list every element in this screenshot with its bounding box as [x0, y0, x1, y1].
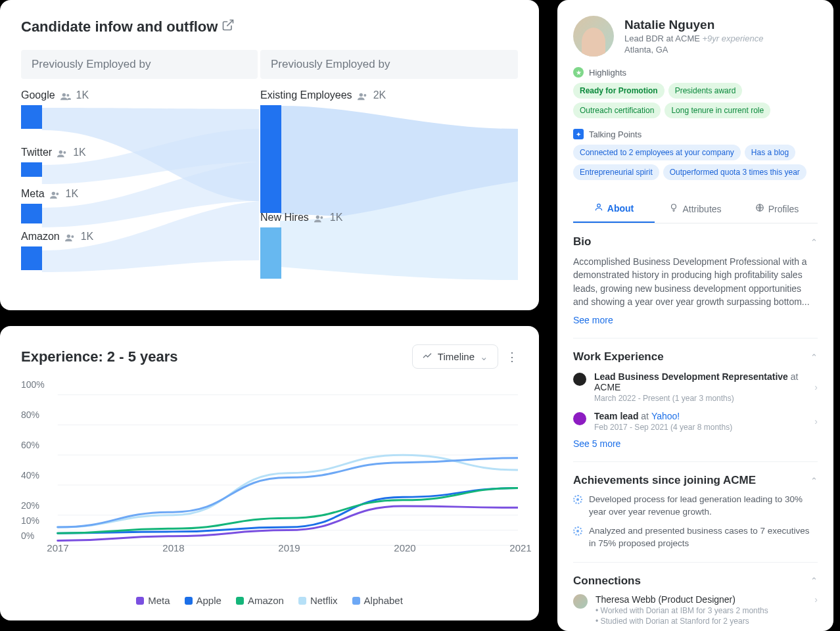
chart-line-icon [422, 350, 432, 363]
work-experience-section: Work Experience ⌃ Lead Business Developm… [573, 339, 818, 462]
legend-swatch [136, 597, 144, 605]
talking-label: ✦ Talking Points [573, 129, 818, 139]
y-axis-tick: 20% [21, 500, 39, 511]
experience-title: Lead Business Development Representative… [594, 371, 806, 392]
source-count: 1K [76, 89, 89, 101]
tab-attributes[interactable]: Attributes [655, 195, 736, 223]
people-icon [50, 190, 60, 198]
legend-swatch [185, 597, 193, 605]
sankey-header-right: Previously Employed by [260, 50, 518, 79]
svg-point-5 [51, 192, 55, 195]
sankey-title: Candidate infow and outflow [21, 18, 518, 35]
collapse-icon[interactable]: ⌃ [810, 576, 818, 586]
see-5-more-link[interactable]: See 5 more [573, 438, 620, 449]
talking-point-pill[interactable]: Has a blog [745, 145, 795, 160]
x-axis-tick: 2021 [509, 542, 531, 578]
connection-bullet: • Studied with Dorian at Stanford for 2 … [595, 617, 806, 626]
talking-point-pill[interactable]: Outperformed quota 3 times this year [663, 164, 806, 180]
dest-bar [260, 227, 281, 279]
x-axis-tick: 2020 [394, 542, 415, 578]
external-link-icon[interactable] [222, 18, 235, 35]
dest-name: New Hires [260, 212, 309, 223]
source-bar [21, 162, 42, 177]
chevron-right-icon: › [814, 382, 818, 392]
source-name: Meta [21, 188, 45, 200]
source-name: Amazon [21, 231, 60, 243]
highlight-pill[interactable]: Presidents award [668, 83, 743, 99]
sankey-dest-existing: Existing Employees 2K [260, 89, 405, 213]
people-icon [60, 91, 71, 99]
y-axis-tick: 0% [21, 530, 34, 541]
highlight-pill[interactable]: Outreach certification [573, 103, 661, 118]
timeline-label: Timeline [438, 351, 475, 362]
person-icon [594, 202, 603, 214]
chat-icon: ✦ [573, 129, 584, 139]
sankey-title-text: Candidate infow and outflow [21, 18, 218, 35]
highlight-pill[interactable]: Long tenure in current role [665, 103, 770, 118]
avatar [573, 16, 614, 57]
sankey-source-meta: Meta 1K [21, 188, 152, 223]
work-title: Work Experience [573, 350, 664, 363]
chevron-right-icon: › [814, 416, 818, 427]
collapse-icon[interactable]: ⌃ [810, 476, 818, 486]
talking-pills: Connected to 2 employees at your company… [573, 145, 818, 180]
collapse-icon[interactable]: ⌃ [810, 237, 818, 247]
company-logo [573, 412, 586, 425]
see-more-link[interactable]: See more [573, 315, 613, 325]
experience-row[interactable]: Team lead at Yahoo! Feb 2017 - Sep 2021 … [573, 411, 818, 432]
legend-item[interactable]: Alphabet [352, 595, 403, 606]
tab-profiles[interactable]: Profiles [736, 195, 818, 223]
source-name: Google [21, 89, 55, 101]
timeline-dropdown[interactable]: Timeline ⌄ [412, 344, 498, 369]
sankey-source-twitter: Twitter 1K [21, 147, 152, 177]
source-name: Twitter [21, 147, 52, 158]
people-icon [314, 214, 325, 222]
legend-item[interactable]: Netflix [298, 595, 338, 606]
sparkle-icon [573, 526, 582, 536]
connection-row[interactable]: Theresa Webb (Product Designer) • Worked… [573, 594, 818, 626]
star-icon: ★ [573, 67, 584, 78]
y-axis-tick: 100% [21, 379, 45, 390]
legend-swatch [236, 597, 244, 605]
highlight-pill[interactable]: Ready for Promotion [573, 83, 665, 99]
sparkle-icon [573, 495, 582, 504]
company-logo [573, 373, 586, 386]
source-bar [21, 246, 42, 270]
experience-title: Team lead at Yahoo! [594, 411, 806, 421]
bio-title: Bio [573, 235, 591, 248]
experience-row[interactable]: Lead Business Development Representative… [573, 371, 818, 403]
highlights-label: ★ Highlights [573, 67, 818, 78]
people-icon [57, 149, 68, 156]
x-axis-tick: 2019 [278, 542, 300, 578]
svg-point-8 [71, 235, 74, 238]
legend-item[interactable]: Apple [185, 595, 222, 606]
legend-item[interactable]: Amazon [236, 595, 284, 606]
achievements-section: Achievements since joining ACME ⌃ Develo… [573, 462, 818, 563]
more-options-button[interactable]: ⋮ [506, 350, 518, 364]
connection-bullet: • Worked with Dorian at IBM for 3 years … [595, 606, 806, 615]
talking-point-pill[interactable]: Entrepreneurial spirit [573, 164, 659, 180]
legend-item[interactable]: Meta [136, 595, 170, 606]
talking-point-pill[interactable]: Connected to 2 employees at your company [573, 145, 741, 160]
chevron-right-icon: › [814, 594, 818, 626]
x-axis-tick: 2017 [47, 542, 68, 578]
connections-section: Connections ⌃ Theresa Webb (Product Desi… [573, 563, 818, 631]
sankey-card: Candidate infow and outflow Previously E… [0, 0, 539, 310]
svg-point-1 [62, 93, 65, 97]
svg-point-12 [320, 216, 323, 219]
tab-about[interactable]: About [573, 195, 655, 223]
avatar [573, 594, 588, 609]
profile-tabs: About Attributes Profiles [573, 195, 818, 223]
achievement-row: Analyzed and presented business cases to… [573, 525, 818, 550]
svg-point-10 [363, 94, 366, 97]
experience-meta: March 2022 - Present (1 year 3 months) [594, 394, 806, 403]
legend-swatch [352, 597, 360, 605]
collapse-icon[interactable]: ⌃ [810, 352, 818, 362]
legend: MetaAppleAmazonNetflixAlphabet [21, 595, 518, 606]
svg-point-6 [56, 193, 58, 195]
svg-point-21 [672, 204, 676, 209]
y-axis-tick: 60% [21, 440, 39, 450]
dest-bar [260, 105, 281, 213]
source-bar [21, 204, 42, 223]
y-axis-tick: 80% [21, 409, 39, 420]
